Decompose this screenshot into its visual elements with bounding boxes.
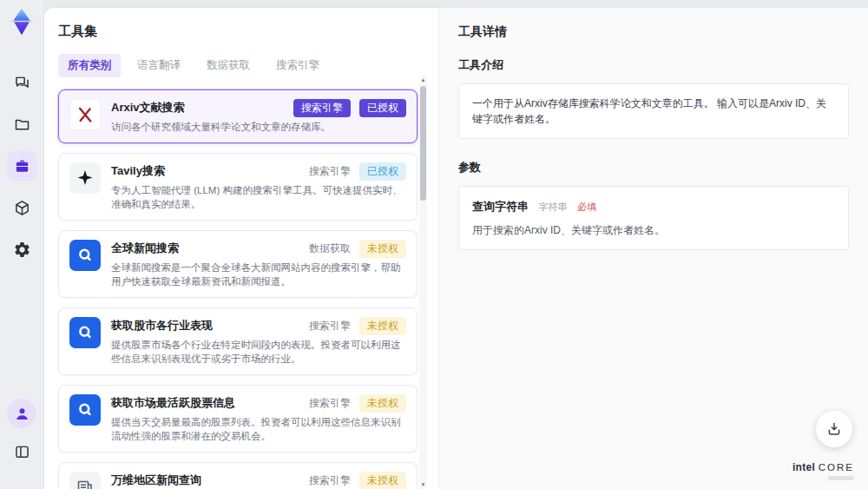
star-icon [69,162,101,194]
detail-title: 工具详情 [458,24,849,40]
category-badge: 搜索引擎 [293,99,351,117]
download-icon [825,420,843,438]
param-required-badge: 必填 [577,202,596,212]
scrollbar-thumb[interactable] [420,86,426,201]
tool-card-active-stocks[interactable]: 获取市场最活跃股票信息 提供当天交易量最高的股票列表。投资者可以利用这些信息来识… [58,385,418,453]
tool-description: 提供当天交易量最高的股票列表。投资者可以利用这些信息来识别流动性强的股票和潜在的… [111,415,406,443]
category-badge: 搜索引擎 [309,164,351,179]
category-badge: 搜索引擎 [309,319,351,334]
news-search-icon [69,240,101,271]
parameter-item: 查询字符串 字符串 必填 用于搜索的Arxiv ID、关键字或作者姓名。 [458,186,849,250]
tool-card-regional-news[interactable]: 万维地区新闻查询 查询具体行政区划内的新闻，快速了解各地新闻动 搜索引擎 未授权 [58,462,418,489]
app-logo [7,7,36,36]
param-name: 查询字符串 [472,200,529,213]
tool-description: 全球新闻搜索是一个聚合全球各大新闻网站内容的搜索引擎，帮助用户快速获取全球最新资… [111,261,406,288]
params-heading: 参数 [458,160,849,175]
page-title: 工具集 [58,23,418,40]
newspaper-icon [69,472,101,489]
download-button[interactable] [816,411,852,447]
param-type: 字符串 [538,202,567,212]
tab-all-categories[interactable]: 所有类别 [58,54,121,77]
active-stocks-icon [69,394,101,426]
tool-card-list: Arxiv文献搜索 访问各个研究领域大量科学论文和文章的存储库。 搜索引擎 已授… [58,89,418,489]
category-badge: 搜索引擎 [309,473,351,488]
stock-sector-icon [69,317,101,348]
tab-search-engine[interactable]: 搜索引擎 [266,54,329,77]
brand-sub-mark [828,476,854,480]
intro-heading: 工具介绍 [458,57,849,73]
tool-card-arxiv[interactable]: Arxiv文献搜索 访问各个研究领域大量科学论文和文章的存储库。 搜索引擎 已授… [58,89,418,143]
folder-icon[interactable] [7,109,36,139]
status-badge: 未授权 [359,240,406,258]
tool-detail-panel: 工具详情 工具介绍 一个用于从Arxiv存储库搜索科学论文和文章的工具。 输入可… [438,8,868,489]
tab-data-acquisition[interactable]: 数据获取 [197,54,260,77]
category-badge: 搜索引擎 [309,396,351,411]
category-tabs: 所有类别 语言翻译 数据获取 搜索引擎 [58,54,418,77]
toolbox-icon[interactable] [7,151,36,181]
status-badge: 已授权 [359,99,406,117]
intel-core-logo: intel CORE [792,461,854,480]
scroll-up-arrow[interactable]: ▲ [419,76,427,83]
param-description: 用于搜索的Arxiv ID、关键字或作者姓名。 [472,223,835,238]
settings-icon[interactable] [7,235,36,264]
tool-description: 专为人工智能代理 (LLM) 构建的搜索引擎工具。可快速提供实时、准确和真实的结… [111,183,406,211]
arxiv-logo-icon [69,99,101,130]
list-scrollbar[interactable]: ▲ ▼ [419,76,427,489]
tool-description: 访问各个研究领域大量科学论文和文章的存储库。 [111,120,406,134]
user-icon[interactable] [7,399,36,428]
category-badge: 数据获取 [309,241,351,256]
toolset-panel: 工具集 所有类别 语言翻译 数据获取 搜索引擎 A [44,8,438,489]
tool-card-global-news[interactable]: 全球新闻搜索 全球新闻搜索是一个聚合全球各大新闻网站内容的搜索引擎，帮助用户快速… [58,230,418,298]
brand-primary: intel [792,461,815,473]
status-badge: 已授权 [359,162,406,181]
main-content: 工具集 所有类别 语言翻译 数据获取 搜索引擎 A [43,7,868,489]
status-badge: 未授权 [359,472,406,489]
tool-description: 提供股票市场各个行业在特定时间段内的表现。投资者可以利用这些信息来识别表现优于或… [111,338,406,366]
tab-language-translation[interactable]: 语言翻译 [128,54,190,77]
status-badge: 未授权 [359,394,406,413]
status-badge: 未授权 [359,317,406,335]
panel-toggle-icon[interactable] [7,437,36,466]
package-icon[interactable] [7,193,36,222]
tool-intro-text: 一个用于从Arxiv存储库搜索科学论文和文章的工具。 输入可以是Arxiv ID… [458,83,849,139]
brand-secondary: CORE [819,462,854,472]
chat-icon[interactable] [7,68,36,97]
tool-card-tavily[interactable]: Tavily搜索 专为人工智能代理 (LLM) 构建的搜索引擎工具。可快速提供实… [58,153,418,221]
scroll-down-arrow[interactable]: ▼ [419,481,427,488]
tool-card-stock-sectors[interactable]: 获取股市各行业表现 提供股票市场各个行业在特定时间段内的表现。投资者可以利用这些… [58,307,418,375]
app-window: 工具集 所有类别 语言翻译 数据获取 搜索引擎 A [0,0,868,489]
left-rail [0,0,43,489]
